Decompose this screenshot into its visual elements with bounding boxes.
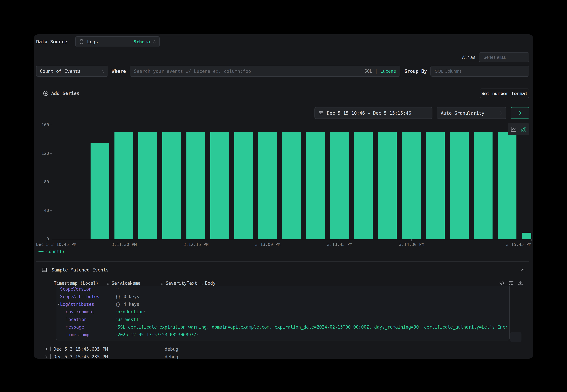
attribute-value: "2025-12-05T13:57:23.082306893Z" xyxy=(115,332,507,337)
search-input[interactable] xyxy=(134,69,364,74)
series-row: Add Series Set number format xyxy=(36,88,529,98)
attribute-key: message xyxy=(66,324,84,330)
attribute-value: "" xyxy=(115,287,507,292)
attribute-key: environment xyxy=(66,309,95,314)
drag-handle-icon[interactable] xyxy=(107,281,110,285)
alias-input[interactable] xyxy=(479,52,529,62)
alias-label: Alias xyxy=(462,55,476,60)
attribute-row-scopeattributes[interactable]: ScopeAttributes{}0 keys xyxy=(56,293,509,301)
event-severity: debug xyxy=(165,347,178,352)
severity-indicator xyxy=(50,347,51,351)
drag-handle-icon[interactable] xyxy=(161,281,164,285)
divider xyxy=(36,261,529,262)
set-number-format-button[interactable]: Set number format xyxy=(480,88,529,98)
chevron-updown-icon xyxy=(499,111,502,115)
language-separator: | xyxy=(375,69,378,74)
event-timestamp: Dec 5 3:15:45.635 PM xyxy=(54,347,108,352)
time-range-picker[interactable]: Dec 5 15:10:46 - Dec 5 15:15:46 xyxy=(315,107,432,119)
x-tick-label: 3:11:30 PM xyxy=(111,242,137,247)
aggregation-value: Count of Events xyxy=(40,69,81,74)
chart-bar xyxy=(282,132,301,239)
lucene-toggle[interactable]: Lucene xyxy=(380,69,396,74)
attribute-value: "production" xyxy=(115,309,507,314)
search-input-wrap: SQL | Lucene xyxy=(130,66,400,77)
attribute-value: "SSL certificate expiration warning, dom… xyxy=(115,324,507,330)
alias-row: Alias xyxy=(36,52,529,62)
column-label: Timestamp (Local) xyxy=(54,281,98,286)
run-query-button[interactable] xyxy=(511,107,529,119)
chart-bar xyxy=(330,132,349,239)
section-title: Sample Matched Events xyxy=(52,267,109,272)
data-source-select[interactable]: Logs Schema xyxy=(75,36,160,47)
aggregation-select[interactable]: Count of Events xyxy=(36,66,108,77)
database-icon xyxy=(79,39,84,44)
calendar-icon xyxy=(318,111,323,115)
y-tick-mark xyxy=(50,153,52,154)
granularity-select[interactable]: Auto Granularity xyxy=(437,107,506,119)
chart-bar xyxy=(306,132,325,239)
chart-bar xyxy=(210,132,229,239)
attribute-key: ScopeAttributes xyxy=(60,294,99,299)
x-tick-mark xyxy=(531,239,532,241)
group-by-input[interactable] xyxy=(430,66,529,77)
chart-bar xyxy=(426,132,445,239)
attribute-key: location xyxy=(66,317,87,322)
attribute-row-environment[interactable]: environment"production" xyxy=(56,308,509,316)
code-icon[interactable] xyxy=(498,280,505,286)
chevron-right-icon[interactable] xyxy=(45,354,48,359)
query-builder-card: Data Source Logs Schema Alias Count of E… xyxy=(34,34,533,359)
legend-label[interactable]: count() xyxy=(46,249,65,254)
column-header-servicename[interactable]: ServiceName xyxy=(107,281,161,286)
sql-toggle[interactable]: SQL xyxy=(364,69,372,74)
column-header-severitytext[interactable]: SeverityText xyxy=(161,281,200,286)
line-chart-toggle[interactable] xyxy=(511,126,517,132)
x-tick-label: Dec 5 3:10:45 PM xyxy=(36,242,76,247)
table-actions xyxy=(498,279,524,287)
chart-legend: count() xyxy=(39,249,65,254)
chevron-updown-icon xyxy=(102,69,105,74)
y-tick-label: 120 xyxy=(34,151,49,156)
download-icon[interactable] xyxy=(517,280,524,286)
chevron-up-icon[interactable] xyxy=(521,268,526,271)
where-label: Where xyxy=(112,69,126,74)
divider xyxy=(36,57,457,57)
column-header-body[interactable]: Body xyxy=(200,281,237,286)
add-series-button[interactable]: Add Series xyxy=(43,91,80,96)
time-range-value: Dec 5 15:10:46 - Dec 5 15:15:46 xyxy=(327,111,411,116)
key-count: 4 keys xyxy=(124,302,139,307)
legend-swatch xyxy=(39,251,43,252)
chart-bar xyxy=(138,132,157,239)
chart-bar xyxy=(258,132,277,239)
y-tick-label: 80 xyxy=(34,180,49,184)
x-tick-mark xyxy=(411,239,412,241)
chart-bar xyxy=(378,132,397,239)
add-series-label: Add Series xyxy=(51,91,80,96)
severity-indicator xyxy=(50,354,51,359)
scrollbar-thumb[interactable] xyxy=(510,332,522,342)
attribute-row-logattributes[interactable]: LogAttributes{}4 keys xyxy=(56,300,509,308)
attribute-row-scopeversion[interactable]: ScopeVersion"" xyxy=(56,286,509,293)
wrap-text-icon[interactable] xyxy=(508,280,514,286)
attribute-value: {}4 keys xyxy=(115,302,507,307)
caret-down-icon[interactable] xyxy=(57,303,60,305)
chevron-right-icon[interactable] xyxy=(45,347,48,351)
attribute-row-location[interactable]: location"us-west1" xyxy=(56,316,509,323)
x-tick-label: 3:13:45 PM xyxy=(327,242,352,247)
column-header-timestamp-local-[interactable]: Timestamp (Local) xyxy=(54,281,107,286)
bar-chart-toggle[interactable] xyxy=(521,126,526,132)
event-row[interactable]: Dec 5 3:15:45.635 PMdebug xyxy=(45,345,529,353)
y-tick-mark xyxy=(50,239,52,239)
granularity-value: Auto Granularity xyxy=(441,111,484,116)
data-source-label: Data Source xyxy=(36,39,67,44)
attribute-value: {}0 keys xyxy=(115,294,507,299)
chart-plot[interactable] xyxy=(52,125,531,239)
data-source-row: Data Source Logs Schema xyxy=(36,36,529,47)
event-row[interactable]: Dec 5 3:15:45.235 PMdebug xyxy=(45,353,529,359)
attribute-row-message[interactable]: message"SSL certificate expiration warni… xyxy=(56,323,509,331)
query-language-toggle: SQL | Lucene xyxy=(364,69,396,74)
sample-events-header: Sample Matched Events xyxy=(41,266,526,274)
y-tick-mark xyxy=(50,125,52,125)
chart-type-toggle xyxy=(508,123,529,135)
attribute-row-timestamp[interactable]: timestamp"2025-12-05T13:57:23.082306893Z… xyxy=(56,331,509,339)
drag-handle-icon[interactable] xyxy=(200,281,203,285)
